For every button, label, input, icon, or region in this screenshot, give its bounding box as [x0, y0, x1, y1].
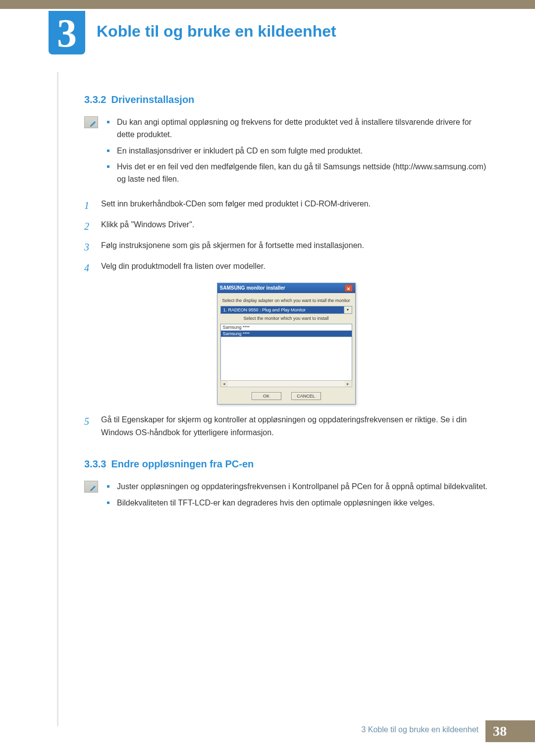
installer-adapter-dropdown[interactable]: 1. RADEON 9550 : Plug and Play Monitor ▾	[220, 306, 352, 314]
installer-window: SAMSUNG monitor installer × Select the d…	[217, 283, 356, 404]
note-item: En installasjonsdriver er inkludert på C…	[107, 145, 488, 157]
page-content: 3.3.2Driverinstallasjon Du kan angi opti…	[84, 94, 488, 521]
note-list-332: Du kan angi optimal oppløsning og frekve…	[107, 116, 488, 190]
chapter-title: Koble til og bruke en kildeenhet	[97, 22, 336, 41]
step-3: 3 Følg instruksjonene som gis på skjerme…	[84, 239, 488, 255]
horizontal-scrollbar[interactable]: ◂ ▸	[220, 380, 352, 387]
note-block-333: Juster oppløsningen og oppdateringsfrekv…	[84, 481, 488, 513]
footer-chapter-text: 3 Koble til og bruke en kildeenhet	[354, 720, 485, 742]
note-item: Bildekvaliteten til TFT-LCD-er kan degra…	[107, 497, 488, 509]
step-5-block: 5 Gå til Egenskaper for skjerm og kontro…	[84, 413, 488, 439]
scroll-left-icon[interactable]: ◂	[221, 381, 228, 387]
section-number: 3.3.3	[84, 458, 106, 469]
step-text: Velg din produktmodell fra listen over m…	[101, 260, 488, 273]
step-text: Sett inn brukerhåndbok-CDen som følger m…	[101, 198, 488, 210]
step-number: 2	[84, 218, 94, 234]
step-text: Følg instruksjonene som gis på skjermen …	[101, 239, 488, 252]
note-item: Juster oppløsningen og oppdateringsfrekv…	[107, 481, 488, 493]
installer-monitor-label: Select the monitor which you want to ins…	[220, 316, 352, 321]
top-decor-bar	[0, 0, 535, 9]
step-4: 4 Velg din produktmodell fra listen over…	[84, 260, 488, 276]
installer-dialog-screenshot: SAMSUNG monitor installer × Select the d…	[217, 283, 356, 404]
section-number: 3.3.2	[84, 94, 106, 105]
ok-button[interactable]: OK	[252, 392, 281, 400]
footer-decor	[514, 720, 535, 742]
left-margin-rule	[57, 72, 58, 726]
step-number: 4	[84, 260, 94, 276]
footer-page-number: 38	[485, 720, 514, 742]
list-item-selected[interactable]: Samsung ****	[221, 331, 352, 337]
step-number: 3	[84, 239, 94, 255]
note-list-333: Juster oppløsningen og oppdateringsfrekv…	[107, 481, 488, 513]
page-footer: 3 Koble til og bruke en kildeenhet 38	[354, 720, 535, 742]
installer-title-text: SAMSUNG monitor installer	[220, 285, 285, 291]
step-2: 2 Klikk på "Windows Driver".	[84, 218, 488, 234]
installer-button-row: OK CANCEL	[220, 392, 352, 400]
step-text: Gå til Egenskaper for skjerm og kontroll…	[101, 413, 488, 439]
installer-titlebar: SAMSUNG monitor installer ×	[217, 283, 355, 293]
installer-monitor-list[interactable]: Samsung **** Samsung ****	[220, 324, 352, 381]
step-text: Klikk på "Windows Driver".	[101, 218, 488, 231]
note-icon	[84, 481, 98, 493]
section-heading-332: 3.3.2Driverinstallasjon	[84, 94, 488, 105]
chapter-number-badge: 3	[49, 11, 85, 54]
section-title: Endre oppløsningen fra PC-en	[111, 458, 254, 469]
step-5: 5 Gå til Egenskaper for skjerm og kontro…	[84, 413, 488, 439]
chevron-down-icon[interactable]: ▾	[344, 306, 352, 313]
step-1: 1 Sett inn brukerhåndbok-CDen som følger…	[84, 198, 488, 213]
note-item: Hvis det er en feil ved den medfølgende …	[107, 161, 488, 186]
close-icon[interactable]: ×	[345, 285, 353, 292]
installer-body: Select the display adapter on which you …	[217, 293, 355, 404]
cancel-button[interactable]: CANCEL	[291, 392, 321, 400]
section-heading-333: 3.3.3Endre oppløsningen fra PC-en	[84, 458, 488, 470]
scroll-right-icon[interactable]: ▸	[345, 381, 352, 387]
step-number: 1	[84, 198, 94, 213]
note-block-332: Du kan angi optimal oppløsning og frekve…	[84, 116, 488, 190]
installer-adapter-label: Select the display adapter on which you …	[220, 298, 352, 303]
note-icon	[84, 116, 98, 128]
installer-dropdown-value: 1. RADEON 9550 : Plug and Play Monitor	[221, 306, 344, 313]
section-title: Driverinstallasjon	[111, 94, 194, 105]
scroll-track[interactable]	[228, 381, 345, 387]
note-item: Du kan angi optimal oppløsning og frekve…	[107, 116, 488, 141]
steps-list: 1 Sett inn brukerhåndbok-CDen som følger…	[84, 198, 488, 276]
list-item[interactable]: Samsung ****	[221, 324, 352, 331]
step-number: 5	[84, 413, 94, 429]
